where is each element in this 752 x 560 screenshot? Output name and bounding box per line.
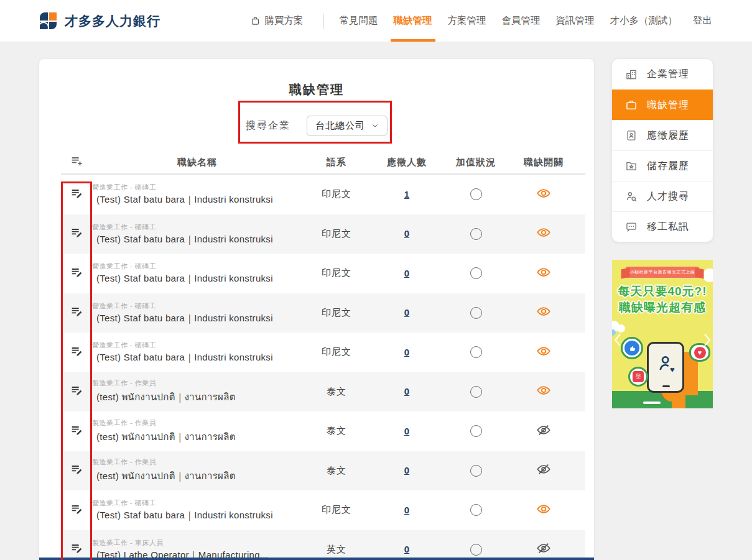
job-category: 製造業工作 - 作業員 xyxy=(92,457,297,467)
edit-job-button[interactable] xyxy=(61,305,92,321)
job-hidden-eye-off-icon[interactable] xyxy=(537,462,550,479)
job-title: (Test) Staf batu bara｜Industri konstruks… xyxy=(92,352,297,364)
value-status-radio[interactable] xyxy=(470,465,482,477)
edit-job-button[interactable] xyxy=(61,186,92,203)
edit-job-button[interactable] xyxy=(61,344,92,360)
applicant-count-link[interactable]: 0 xyxy=(404,465,409,475)
side-menu-item[interactable]: 應徵履歷 xyxy=(612,120,713,150)
side-menu-item[interactable]: 人才搜尋 xyxy=(612,181,713,211)
job-visible-eye-icon[interactable] xyxy=(537,383,550,400)
brand-name: 才多多人力銀行 xyxy=(65,12,160,30)
job-category: 營造業工作 - 砌磚工 xyxy=(92,223,297,232)
value-status-radio[interactable] xyxy=(470,307,482,319)
job-language: 印尼文 xyxy=(302,267,371,279)
side-menu-item[interactable]: 儲存履歷 xyxy=(612,150,713,181)
job-visible-eye-icon[interactable] xyxy=(537,305,550,321)
page-title: 職缺管理 xyxy=(39,59,594,98)
top-nav-label: 常見問題 xyxy=(340,14,378,27)
add-job-button[interactable] xyxy=(61,154,92,170)
building-icon xyxy=(625,68,638,81)
top-nav-label: 才小多（測試） xyxy=(610,14,678,27)
value-status-radio[interactable] xyxy=(470,228,482,240)
job-name-cell: 製造業工作 - 作業員 (test) พนักงานปกติ｜งานการผลิ… xyxy=(92,457,302,484)
applicant-count-link[interactable]: 0 xyxy=(404,426,409,436)
side-menu-item[interactable]: 職缺管理 xyxy=(612,90,713,120)
job-category: 營造業工作 - 砌磚工 xyxy=(92,183,297,192)
applicant-count-link[interactable]: 0 xyxy=(404,505,409,515)
edit-job-button[interactable] xyxy=(61,226,92,242)
white-dash-decoration xyxy=(643,402,661,404)
applicant-count-link[interactable]: 0 xyxy=(404,544,409,554)
briefcase-icon xyxy=(625,99,638,111)
playlist-edit-icon xyxy=(70,541,83,558)
value-status-radio[interactable] xyxy=(470,346,482,358)
job-category: 製造業工作 - 作業員 xyxy=(92,418,297,428)
thumbs-up-icon xyxy=(624,341,639,356)
carousel-prev-arrow[interactable] xyxy=(613,333,622,347)
job-visible-eye-icon[interactable] xyxy=(537,502,550,518)
edit-job-button[interactable] xyxy=(61,541,92,558)
job-visible-eye-icon[interactable] xyxy=(537,344,550,360)
job-language: 印尼文 xyxy=(302,228,371,240)
job-name-cell: 製造業工作 - 車床人員 (Test) Lathe Operator｜Manuf… xyxy=(92,538,302,560)
side-menu-item[interactable]: 移工私訊 xyxy=(612,211,713,242)
top-nav-item[interactable]: 購買方案 xyxy=(250,0,324,42)
applicant-count-link[interactable]: 0 xyxy=(404,228,409,239)
shopping-bag-icon xyxy=(250,16,261,26)
value-status-radio[interactable] xyxy=(470,544,482,556)
page-root: 才多多人力銀行 購買方案 常見問題 職缺管理 方案管理 會員管理 資訊管理 才小… xyxy=(0,0,752,560)
value-status-radio[interactable] xyxy=(470,267,482,279)
applicant-count-link[interactable]: 0 xyxy=(404,347,409,357)
job-language: 英文 xyxy=(302,544,371,556)
top-nav-label: 購買方案 xyxy=(265,14,304,27)
heart-icon: ♥ xyxy=(694,347,706,359)
job-visible-eye-icon[interactable] xyxy=(537,226,550,242)
job-language: 印尼文 xyxy=(302,346,371,358)
job-hidden-eye-off-icon[interactable] xyxy=(537,423,550,439)
edit-job-button[interactable] xyxy=(61,383,92,400)
search-company-label: 搜尋企業 xyxy=(246,119,290,132)
job-category: 製造業工作 - 作業員 xyxy=(92,379,297,388)
top-nav-item[interactable]: 方案管理 xyxy=(448,0,486,42)
top-nav-item[interactable]: 資訊管理 xyxy=(556,0,595,42)
edit-job-button[interactable] xyxy=(61,265,92,282)
top-nav-item[interactable]: 職缺管理 xyxy=(394,0,432,42)
promo-ribbon: 小額社群平台廣告曝光正式上線 xyxy=(626,267,699,278)
col-header-language: 語系 xyxy=(302,157,371,168)
top-nav-item[interactable]: 會員管理 xyxy=(502,0,541,42)
side-menu-label: 儲存履歷 xyxy=(647,160,689,173)
person-plus-icon: 웃 xyxy=(633,371,644,382)
edit-job-button[interactable] xyxy=(61,502,92,518)
top-nav-item[interactable]: 常見問題 xyxy=(340,0,378,42)
top-nav-item[interactable]: 才小多（測試） xyxy=(610,0,678,42)
job-table-row: 營造業工作 - 砌磚工 (Test) Staf batu bara｜Indust… xyxy=(61,175,585,214)
job-hidden-eye-off-icon[interactable] xyxy=(537,541,550,558)
value-status-radio[interactable] xyxy=(470,504,482,516)
value-status-radio[interactable] xyxy=(470,425,482,437)
value-status-radio[interactable] xyxy=(470,188,482,200)
job-title: (Test) Staf batu bara｜Industri konstruks… xyxy=(92,273,297,285)
job-name-cell: 營造業工作 - 砌磚工 (Test) Staf batu bara｜Indust… xyxy=(92,262,302,285)
job-name-cell: 營造業工作 - 砌磚工 (Test) Staf batu bara｜Indust… xyxy=(92,223,302,246)
edit-job-button[interactable] xyxy=(61,423,92,439)
applicant-count-link[interactable]: 1 xyxy=(404,189,409,200)
carousel-next-arrow[interactable] xyxy=(703,333,712,347)
side-menu-label: 企業管理 xyxy=(647,68,689,81)
applicant-count-link[interactable]: 0 xyxy=(404,307,409,318)
job-visible-eye-icon[interactable] xyxy=(537,265,550,282)
job-table-row: 營造業工作 - 砌磚工 (Test) Staf batu bara｜Indust… xyxy=(61,490,585,530)
applicant-count-link[interactable]: 0 xyxy=(404,268,409,278)
job-title: (Test) Staf batu bara｜Industri konstruks… xyxy=(92,234,297,246)
brand[interactable]: 才多多人力銀行 xyxy=(40,0,160,42)
job-title: (Test) Staf batu bara｜Industri konstruks… xyxy=(92,313,297,324)
job-category: 營造業工作 - 砌磚工 xyxy=(92,341,297,350)
job-visible-eye-icon[interactable] xyxy=(537,186,550,203)
company-select-dropdown[interactable]: 台北總公司 xyxy=(307,116,388,136)
side-menu-item[interactable]: 企業管理 xyxy=(612,59,713,90)
value-status-radio[interactable] xyxy=(470,386,482,398)
applicant-count-link[interactable]: 0 xyxy=(404,386,409,397)
job-table-row: 營造業工作 - 砌磚工 (Test) Staf batu bara｜Indust… xyxy=(61,293,585,333)
top-nav-item[interactable]: 登出 xyxy=(693,0,712,42)
promo-banner[interactable]: 小額社群平台廣告曝光正式上線 每天只要40元?! 職缺曝光超有感 ♥ ♥ 웃 xyxy=(612,260,713,408)
edit-job-button[interactable] xyxy=(61,462,92,479)
